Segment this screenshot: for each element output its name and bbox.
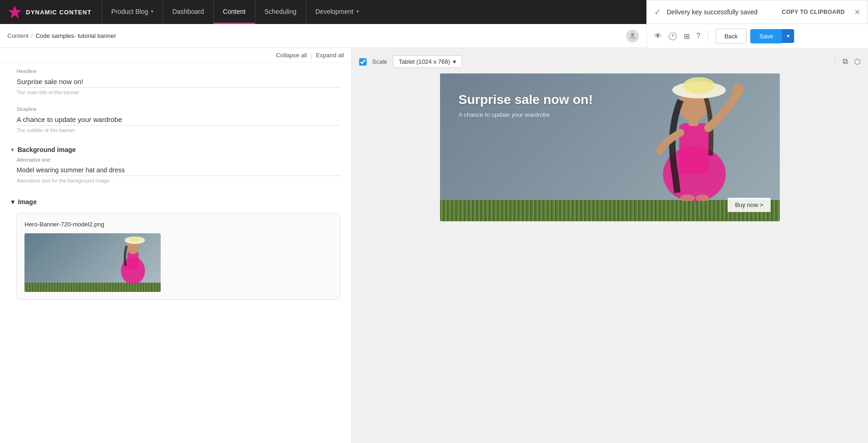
left-panel: Collapse all | Expand all Headline The m… bbox=[0, 48, 352, 443]
toast-message: Delivery key successfully saved bbox=[667, 8, 776, 16]
headline-hint: The main title of this banner bbox=[17, 90, 340, 101]
svg-rect-16 bbox=[735, 92, 742, 96]
check-icon: ✓ bbox=[654, 7, 661, 17]
right-panel: Scale Tablet (1024 x 768) ▾ ⧉ ⬡ Surprise… bbox=[352, 48, 868, 443]
strapline-hint: The subtitle of this banner bbox=[17, 127, 340, 139]
alt-text-label: Alternative text bbox=[17, 157, 340, 163]
strapline-field-group: Strapline The subtitle of this banner bbox=[0, 101, 351, 139]
breadcrumb-separator: / bbox=[31, 32, 33, 39]
table-icon[interactable]: ⊞ bbox=[684, 32, 690, 41]
open-external-icon[interactable]: ⬡ bbox=[854, 57, 861, 66]
nav-label-scheduling: Scheduling bbox=[265, 8, 296, 15]
banner-headline: Surprise sale now on! bbox=[458, 92, 593, 108]
device-label: Tablet (1024 x 768) bbox=[399, 58, 450, 65]
preview-icons: ⧉ ⬡ bbox=[843, 57, 861, 66]
banner-model-svg bbox=[609, 73, 766, 201]
save-button-group: Save ▾ bbox=[750, 29, 795, 43]
history-icon[interactable]: 🕐 bbox=[668, 32, 677, 41]
expand-all-button[interactable]: Expand all bbox=[316, 52, 344, 59]
logo-icon bbox=[7, 5, 22, 19]
image-upload-box[interactable]: Hero-Banner-720-model2.png bbox=[17, 213, 340, 300]
eye-icon[interactable]: 👁 bbox=[654, 32, 662, 40]
save-bar: 👁 🕐 ⊞ ? Back Save ▾ bbox=[646, 24, 868, 48]
secondary-bar: Content / Code samples- tutorial banner … bbox=[0, 24, 868, 48]
preview-action-icons: 👁 🕐 ⊞ ? bbox=[654, 32, 700, 41]
back-button[interactable]: Back bbox=[716, 29, 747, 44]
chevron-down-icon-img: ▾ bbox=[11, 198, 14, 206]
top-navigation: DYNAMIC CONTENT Product Blog ▾ Dashboard… bbox=[0, 0, 868, 24]
nav-item-scheduling[interactable]: Scheduling bbox=[255, 0, 306, 24]
nav-item-dashboard[interactable]: Dashboard bbox=[163, 0, 213, 24]
user-icon bbox=[629, 32, 636, 40]
model-preview-shape bbox=[115, 234, 151, 284]
nav-label-product-blog: Product Blog bbox=[111, 8, 148, 15]
svg-point-6 bbox=[129, 237, 140, 242]
image-filename: Hero-Banner-720-model2.png bbox=[24, 221, 332, 228]
chevron-down-icon-bg: ▾ bbox=[11, 147, 14, 153]
breadcrumb-current: Code samples- tutorial banner bbox=[36, 32, 116, 39]
svg-point-12 bbox=[683, 77, 715, 94]
breadcrumb: Content / Code samples- tutorial banner bbox=[0, 24, 646, 48]
collapse-all-button[interactable]: Collapse all bbox=[276, 52, 307, 59]
save-dropdown-arrow[interactable]: ▾ bbox=[782, 29, 794, 43]
image-subsection-header[interactable]: ▾ Image bbox=[0, 191, 351, 209]
background-image-section-header[interactable]: ▾ Background image bbox=[0, 139, 351, 157]
vertical-divider bbox=[835, 56, 835, 67]
main-layout: Collapse all | Expand all Headline The m… bbox=[0, 48, 868, 443]
breadcrumb-parent[interactable]: Content bbox=[7, 32, 29, 39]
strapline-label: Strapline bbox=[17, 106, 340, 112]
logo-area: DYNAMIC CONTENT bbox=[0, 5, 102, 19]
chevron-down-icon: ▾ bbox=[151, 9, 153, 14]
alt-text-input[interactable] bbox=[17, 164, 340, 176]
headline-input[interactable] bbox=[17, 76, 340, 88]
close-icon[interactable]: ✕ bbox=[854, 8, 860, 17]
banner-strapline: A chance to update your wardrobe bbox=[458, 111, 593, 118]
svg-marker-0 bbox=[8, 6, 21, 18]
nav-label-dashboard: Dashboard bbox=[172, 8, 204, 15]
nav-label-content: Content bbox=[223, 8, 246, 15]
nav-item-product-blog[interactable]: Product Blog ▾ bbox=[102, 0, 163, 24]
copy-icon[interactable]: ⧉ bbox=[843, 57, 848, 66]
strapline-input[interactable] bbox=[17, 114, 340, 126]
copy-to-clipboard-button[interactable]: COPY TO CLIPBOARD bbox=[782, 9, 845, 15]
avatar[interactable] bbox=[626, 30, 639, 42]
background-image-section-label: Background image bbox=[18, 146, 76, 153]
headline-field-group: Headline The main title of this banner bbox=[0, 63, 351, 101]
svg-point-1 bbox=[631, 33, 634, 36]
nav-item-content[interactable]: Content bbox=[214, 0, 255, 24]
app-title: DYNAMIC CONTENT bbox=[26, 9, 91, 16]
chevron-down-icon-2: ▾ bbox=[356, 9, 359, 14]
scale-checkbox[interactable] bbox=[359, 58, 367, 66]
chevron-down-icon-device: ▾ bbox=[453, 58, 456, 65]
toolbar-pipe: | bbox=[311, 52, 312, 59]
nav-label-development: Development bbox=[315, 8, 354, 15]
nav-item-development[interactable]: Development ▾ bbox=[306, 0, 368, 24]
save-bar-separator bbox=[708, 30, 708, 42]
banner-text-area: Surprise sale now on! A chance to update… bbox=[440, 73, 593, 118]
help-icon[interactable]: ? bbox=[696, 32, 700, 40]
buy-now-button[interactable]: Buy now > bbox=[728, 198, 771, 212]
image-section-label: Image bbox=[18, 198, 36, 206]
toast-notification: ✓ Delivery key successfully saved COPY T… bbox=[646, 0, 868, 24]
panel-toolbar: Collapse all | Expand all bbox=[0, 48, 351, 63]
preview-toolbar: Scale Tablet (1024 x 768) ▾ ⧉ ⬡ bbox=[359, 55, 861, 73]
save-button[interactable]: Save bbox=[750, 29, 783, 43]
scale-label: Scale bbox=[372, 58, 387, 65]
fringe-bar bbox=[24, 283, 161, 292]
alt-text-field-group: Alternative text Alternative text for th… bbox=[0, 157, 351, 191]
device-selector[interactable]: Tablet (1024 x 768) ▾ bbox=[393, 55, 462, 68]
banner-preview: Surprise sale now on! A chance to update… bbox=[440, 73, 780, 221]
image-preview bbox=[24, 233, 161, 292]
headline-label: Headline bbox=[17, 68, 340, 74]
alt-text-hint: Alternative text for the background imag… bbox=[17, 178, 340, 183]
